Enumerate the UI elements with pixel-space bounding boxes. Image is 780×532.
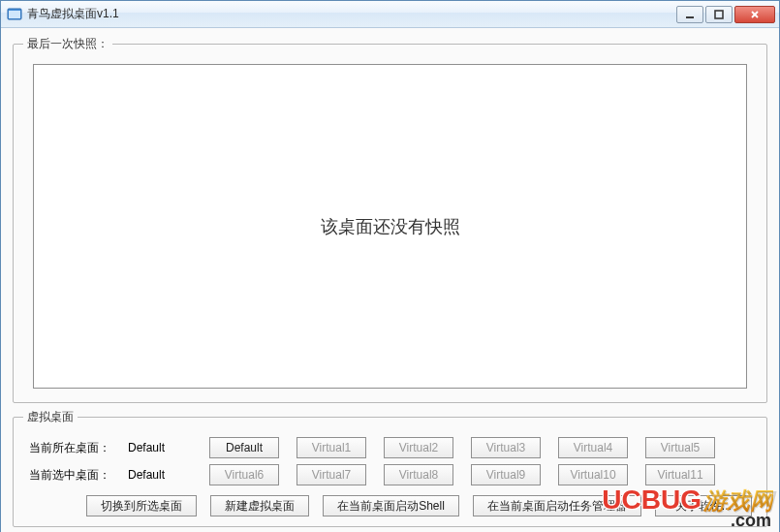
window-controls [676,6,775,23]
start-taskmgr-button[interactable]: 在当前桌面启动任务管理器 [473,495,641,516]
desktop-button-virtual3[interactable]: Virtual3 [471,437,541,458]
minimize-button[interactable] [676,6,703,23]
current-selected-label: 当前选中桌面： [23,467,120,484]
desktop-buttons-row2: Virtual6 Virtual7 Virtual8 Virtual9 Virt… [209,464,715,485]
snapshot-preview: 该桌面还没有快照 [33,64,747,389]
desktop-button-virtual4[interactable]: Virtual4 [558,437,628,458]
desktop-buttons-row1: Default Virtual1 Virtual2 Virtual3 Virtu… [209,437,715,458]
about-button[interactable]: 关于软件... [655,495,752,516]
svg-rect-2 [686,16,694,18]
desktop-button-default[interactable]: Default [209,437,279,458]
maximize-button[interactable] [705,6,733,23]
actions-row: 切换到所选桌面 新建虚拟桌面 在当前桌面启动Shell 在当前桌面启动任务管理器… [23,495,757,516]
window-title: 青鸟虚拟桌面v1.1 [27,6,119,22]
current-selected-row: 当前选中桌面： Default Virtual6 Virtual7 Virtua… [23,464,757,485]
close-button[interactable] [734,6,775,23]
app-window: 青鸟虚拟桌面v1.1 最后一次快照： 该桌面还没有快照 虚拟桌面 当前所在桌面： [0,0,780,532]
snapshot-empty-text: 该桌面还没有快照 [321,215,460,238]
desktop-button-virtual8[interactable]: Virtual8 [384,464,453,485]
current-location-label: 当前所在桌面： [23,440,120,456]
titlebar[interactable]: 青鸟虚拟桌面v1.1 [1,1,779,28]
desktop-button-virtual10[interactable]: Virtual10 [558,464,628,485]
desktop-button-virtual1[interactable]: Virtual1 [296,437,366,458]
desktop-button-virtual6[interactable]: Virtual6 [209,464,279,485]
current-location-row: 当前所在桌面： Default Default Virtual1 Virtual… [23,437,757,458]
desktop-button-virtual2[interactable]: Virtual2 [384,437,453,458]
svg-rect-1 [9,11,20,18]
current-selected-value: Default [128,468,198,482]
desktop-button-virtual5[interactable]: Virtual5 [645,437,715,458]
create-desktop-button[interactable]: 新建虚拟桌面 [210,495,309,516]
switch-desktop-button[interactable]: 切换到所选桌面 [86,495,197,516]
desktop-button-virtual9[interactable]: Virtual9 [471,464,541,485]
snapshot-group: 最后一次快照： 该桌面还没有快照 [13,36,767,403]
app-icon [7,7,22,22]
snapshot-group-label: 最后一次快照： [23,36,112,52]
current-location-value: Default [128,441,198,454]
start-shell-button[interactable]: 在当前桌面启动Shell [323,495,459,516]
desktop-button-virtual11[interactable]: Virtual11 [645,464,715,485]
client-area: 最后一次快照： 该桌面还没有快照 虚拟桌面 当前所在桌面： Default De… [1,28,779,532]
desktop-button-virtual7[interactable]: Virtual7 [296,464,366,485]
desktops-group: 虚拟桌面 当前所在桌面： Default Default Virtual1 Vi… [13,409,767,527]
desktops-group-label: 虚拟桌面 [23,409,78,425]
svg-rect-3 [715,11,723,18]
